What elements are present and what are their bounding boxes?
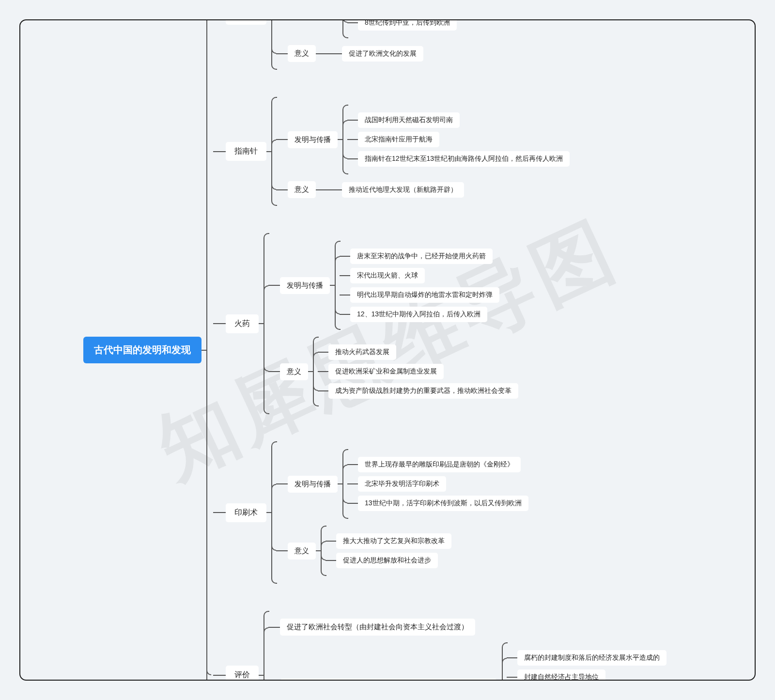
- child-column: 西汉时，中国可能已经出现了书写用纸东汉蔡伦改进造纸术8世纪传到中亚，后传到欧洲: [347, 19, 487, 38]
- connector-group: 推大大推动了文艺复兴和宗教改革促进人的思想解放和社会进步: [316, 526, 451, 576]
- main-branch-row: 印刷术发明与传播世界上现存最早的雕版印刷品是唐朝的《金刚经》北宋毕升发明活字印刷…: [213, 441, 700, 584]
- connector-group: 发明与传播战国时利用天然磁石发明司南北宋指南针应用于航海指南针在12世纪末至13…: [266, 97, 570, 206]
- root-node: 古代中国的发明和发现: [83, 337, 202, 363]
- connector-group: 推动火药武器发展促进欧洲采矿业和金属制造业发展成为资产阶级战胜封建势力的重要武器…: [308, 337, 518, 406]
- connector-group: 战国时利用天然磁石发明司南北宋指南针应用于航海指南针在12世纪末至13世纪初由海…: [338, 105, 570, 174]
- connector-group: 西汉时，中国可能已经出现了书写用纸东汉蔡伦改进造纸术8世纪传到中亚，后传到欧洲: [338, 19, 487, 38]
- leaf-row: 明代出现早期自动爆炸的地雷水雷和定时炸弹: [340, 287, 499, 303]
- sub-branch-row: 意义推动火药武器发展促进欧洲采矿业和金属制造业发展成为资产阶级战胜封建势力的重要…: [268, 337, 518, 406]
- connector: [276, 550, 288, 551]
- connector-group: 发明与传播唐末至宋初的战争中，已经开始使用火药箭宋代出现火箭、火球明代出现早期自…: [259, 233, 518, 414]
- connector-group: 腐朽的封建制度和落后的经济发展水平造成的封建自然经济占主导地位专制主义中央集权的…: [497, 642, 700, 681]
- branch-node: 发明与传播: [288, 476, 338, 493]
- connector: [347, 503, 358, 504]
- connector-group: 推动近代地理大发现（新航路开辟）: [316, 182, 464, 198]
- leaf-node: 成为资产阶级战胜封建势力的重要武器，推动欧洲社会变革: [328, 383, 518, 399]
- connector-group: 发明与传播世界上现存最早的雕版印刷品是唐朝的《金刚经》北宋毕升发明活字印刷术13…: [266, 441, 528, 584]
- connector: [268, 371, 280, 372]
- connector: [213, 151, 226, 152]
- connector-group: 世界上现存最早的雕版印刷品是唐朝的《金刚经》北宋毕升发明活字印刷术13世纪中期，…: [338, 449, 528, 519]
- leaf-row: 8世纪传到中亚，后传到欧洲: [347, 19, 487, 31]
- connector: [276, 189, 288, 190]
- connector: [318, 352, 328, 353]
- main-branch-row: 指南针发明与传播战国时利用天然磁石发明司南北宋指南针应用于航海指南针在12世纪末…: [213, 97, 700, 206]
- leaf-row: 世界上现存最早的雕版印刷品是唐朝的《金刚经》: [347, 457, 528, 472]
- connector: [338, 105, 347, 174]
- connector: [497, 642, 507, 681]
- sub-branch-row: 发明与传播西汉时，中国可能已经出现了书写用纸东汉蔡伦改进造纸术8世纪传到中亚，后…: [276, 19, 487, 38]
- diagram-frame: 知犀思维导图 古代中国的发明和发现 造纸术发明与传播西汉时，中国可能已经出现了书…: [19, 19, 756, 681]
- leaf-row: 推大大推动了文艺复兴和宗教改革: [326, 533, 451, 549]
- leaf-node: 指南针在12世纪末至13世纪初由海路传人阿拉伯，然后再传人欧洲: [358, 151, 570, 167]
- leaf-node: 战国时利用天然磁石发明司南: [358, 112, 460, 128]
- connector-group: 促进了欧洲文化的发展: [316, 46, 423, 62]
- branch-node: 火药: [226, 314, 259, 333]
- child-column: 推大大推动了文艺复兴和宗教改革促进人的思想解放和社会进步: [326, 526, 451, 576]
- sub-branch-row: 意义推动近代地理大发现（新航路开辟）: [276, 181, 570, 198]
- connector: [331, 53, 342, 54]
- connector: [266, 441, 276, 584]
- leaf-row: 12、13世纪中期传入阿拉伯，后传入欧洲: [340, 307, 499, 322]
- leaf-row: 促进人的思想解放和社会进步: [326, 553, 451, 568]
- connector: [507, 677, 517, 678]
- leaf-row: 成为资产阶级战胜封建势力的重要武器，推动欧洲社会变革: [318, 383, 518, 399]
- connector: [316, 53, 331, 54]
- connector: [268, 285, 280, 286]
- sub-branch-row: 意义促进了欧洲文化的发展: [276, 45, 487, 62]
- connector: [213, 323, 226, 324]
- leaf-row: 北宋毕升发明活字印刷术: [347, 476, 528, 492]
- branch-node: 意义: [288, 181, 316, 198]
- leaf-row: 战国时利用天然磁石发明司南: [347, 112, 570, 128]
- main-branch-row: 造纸术发明与传播西汉时，中国可能已经出现了书写用纸东汉蔡伦改进造纸术8世纪传到中…: [213, 19, 700, 70]
- sub-branch-row: 中国古代社会，活字印刷术、指南针和火药未能充分利用的原因腐朽的封建制度和落后的经…: [268, 642, 700, 681]
- child-column: 世界上现存最早的雕版印刷品是唐朝的《金刚经》北宋毕升发明活字印刷术13世纪中期，…: [347, 449, 528, 519]
- leaf-node: 封建自然经济占主导地位: [517, 669, 605, 681]
- child-column: 促进了欧洲社会转型（由封建社会向资本主义社会过渡）中国古代社会，活字印刷术、指南…: [268, 611, 700, 681]
- connector: [276, 53, 288, 54]
- leaf-row: 13世纪中期，活字印刷术传到波斯，以后又传到欧洲: [347, 496, 528, 511]
- leaf-row: 推动火药武器发展: [318, 344, 518, 360]
- sub-branch-row: 发明与传播世界上现存最早的雕版印刷品是唐朝的《金刚经》北宋毕升发明活字印刷术13…: [276, 449, 528, 519]
- connector: [347, 464, 358, 465]
- connector: [276, 139, 288, 140]
- main-branch-row: 评价促进了欧洲社会转型（由封建社会向资本主义社会过渡）中国古代社会，活字印刷术、…: [213, 611, 700, 681]
- branch-node: 造纸术: [226, 19, 266, 25]
- connector: [347, 158, 358, 159]
- leaf-row: 北宋指南针应用于航海: [347, 132, 570, 147]
- main-branch-row: 火药发明与传播唐末至宋初的战争中，已经开始使用火药箭宋代出现火箭、火球明代出现早…: [213, 233, 700, 414]
- connector: [347, 22, 358, 23]
- connector: [213, 675, 226, 676]
- sub-branch-row: 促进了欧洲社会转型（由封建社会向资本主义社会过渡）: [268, 619, 700, 636]
- connector: [340, 256, 350, 257]
- connector: [331, 189, 342, 190]
- leaf-row: 唐末至宋初的战争中，已经开始使用火药箭: [340, 249, 499, 264]
- branches-column: 造纸术发明与传播西汉时，中国可能已经出现了书写用纸东汉蔡伦改进造纸术8世纪传到中…: [213, 19, 700, 681]
- leaf-row: 宋代出现火箭、火球: [340, 268, 499, 283]
- leaf-node: 腐朽的封建制度和落后的经济发展水平造成的: [517, 650, 666, 666]
- branch-node: 指南针: [226, 142, 266, 161]
- connector: [316, 526, 326, 576]
- branch-node: 意义: [288, 45, 316, 62]
- branch-node: 评价: [226, 666, 259, 681]
- connector-group: 唐末至宋初的战争中，已经开始使用火药箭宋代出现火箭、火球明代出现早期自动爆炸的地…: [330, 241, 499, 330]
- child-column: 发明与传播战国时利用天然磁石发明司南北宋指南针应用于航海指南针在12世纪末至13…: [276, 97, 570, 206]
- child-column: 发明与传播世界上现存最早的雕版印刷品是唐朝的《金刚经》北宋毕升发明活字印刷术13…: [276, 441, 528, 584]
- child-column: 腐朽的封建制度和落后的经济发展水平造成的封建自然经济占主导地位专制主义中央集权的…: [507, 642, 700, 681]
- sub-branch-row: 发明与传播战国时利用天然磁石发明司南北宋指南针应用于航海指南针在12世纪末至13…: [276, 105, 570, 174]
- leaf-node: 推动近代地理大发现（新航路开辟）: [342, 182, 464, 198]
- connector-group: 促进了欧洲社会转型（由封建社会向资本主义社会过渡）中国古代社会，活字印刷术、指南…: [259, 611, 700, 681]
- branch-node: 促进了欧洲社会转型（由封建社会向资本主义社会过渡）: [280, 619, 475, 636]
- branch-node: 发明与传播: [288, 131, 338, 148]
- connector: [268, 627, 280, 628]
- branch-node: 意义: [288, 543, 316, 560]
- connector: [338, 19, 347, 38]
- leaf-row: 推动近代地理大发现（新航路开辟）: [331, 182, 464, 198]
- connector: [213, 512, 226, 513]
- connector: [347, 483, 358, 484]
- leaf-node: 8世纪传到中亚，后传到欧洲: [358, 19, 457, 31]
- branch-node: 意义: [280, 363, 308, 380]
- connector: [308, 337, 318, 406]
- sub-branch-row: 意义推大大推动了文艺复兴和宗教改革促进人的思想解放和社会进步: [276, 526, 528, 576]
- leaf-row: 封建自然经济占主导地位: [507, 669, 700, 681]
- connector: [259, 233, 268, 414]
